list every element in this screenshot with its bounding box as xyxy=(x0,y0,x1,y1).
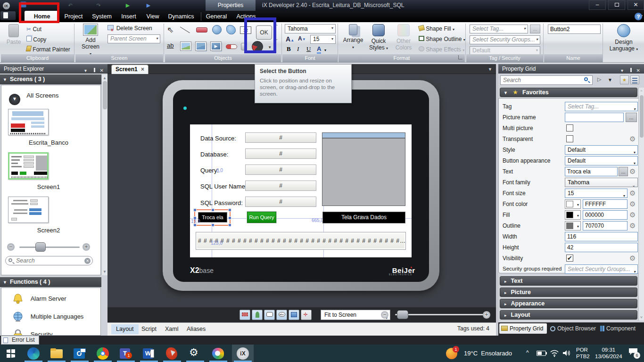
grow-font-button[interactable]: A▲ xyxy=(286,35,294,43)
taskbar-snip-app[interactable] xyxy=(161,345,183,362)
hmi-field-database[interactable]: # xyxy=(245,148,316,159)
tag-monitor-object-icon[interactable] xyxy=(241,43,247,50)
taskbar-edge[interactable] xyxy=(23,345,44,362)
hmi-field-query[interactable]: # xyxy=(245,165,316,175)
font-family-select[interactable]: Tahoma▾ xyxy=(285,24,336,33)
tab-close-icon[interactable]: × xyxy=(141,66,144,73)
picture-browse-button[interactable]: ... xyxy=(626,113,637,122)
weather-status[interactable]: 19°C Ensolarado xyxy=(464,350,512,357)
close-icon[interactable]: ✕ xyxy=(636,66,640,75)
gear-icon[interactable]: ⚙ xyxy=(629,189,636,197)
style-dropdown[interactable]: Default▾ xyxy=(565,145,638,155)
shape-outline-button[interactable]: Shape Outline ▾ xyxy=(419,36,465,42)
screen-thumbnail-escrita-banco[interactable] xyxy=(8,109,49,135)
resize-handle[interactable] xyxy=(211,208,215,212)
tag-dropdown[interactable]: Select Tag...▾ xyxy=(565,102,638,111)
category-view-button[interactable] xyxy=(630,75,639,84)
format-painter-button[interactable]: Format Painter xyxy=(26,46,70,53)
font-family-dropdown[interactable]: Tahoma⌄ xyxy=(565,178,638,187)
meter-object-icon[interactable] xyxy=(252,41,263,52)
pointer-tool-icon[interactable]: ⇖ xyxy=(167,25,173,35)
toggle-window-button[interactable] xyxy=(289,310,299,320)
text-object-icon[interactable]: ab xyxy=(167,42,173,49)
resize-handle[interactable] xyxy=(228,208,231,212)
clock[interactable]: 09:3113/06/2024 xyxy=(595,346,622,360)
tab-script[interactable]: Script xyxy=(137,324,161,334)
zoom-out-button[interactable]: − xyxy=(381,311,388,319)
toggle-object-info-button[interactable] xyxy=(252,310,263,320)
outline-swatch[interactable]: ▾ xyxy=(565,221,581,230)
outline-hex-input[interactable] xyxy=(583,221,627,230)
button-object-tool[interactable]: OK xyxy=(256,25,272,40)
start-button[interactable] xyxy=(0,345,22,362)
hmi-button-tela-grava-dados[interactable]: Tela Grava Dados xyxy=(322,212,405,223)
tab-insert[interactable]: Insert xyxy=(117,11,140,22)
document-well-dropdown[interactable]: ▼ xyxy=(488,67,492,72)
copy-button[interactable]: Copy xyxy=(26,36,46,43)
taskbar-chrome[interactable] xyxy=(92,345,114,362)
hmi-page[interactable]: Data Source: Database: Query: 5,0 SQL Us… xyxy=(190,124,412,257)
resize-handle[interactable] xyxy=(228,223,231,227)
undo-button[interactable]: ↶ xyxy=(66,1,74,9)
pin-icon[interactable] xyxy=(630,66,632,75)
rectangle-tool-icon[interactable] xyxy=(196,27,207,33)
objects-more-dropdown[interactable]: ▾ xyxy=(269,45,271,49)
tab-project[interactable]: Project xyxy=(60,11,87,22)
zoom-in-button[interactable]: + xyxy=(483,311,490,319)
line-tool-icon[interactable] xyxy=(181,27,191,33)
hmi-button-run-query[interactable]: Run Query xyxy=(247,212,276,223)
other-colors-button[interactable]: Other Colors xyxy=(392,24,415,51)
panel-menu-icon[interactable]: ▾ xyxy=(621,66,623,75)
toggle-abc-balloon-button[interactable]: abc xyxy=(276,310,287,320)
font-size-select[interactable]: 15▾ xyxy=(310,35,336,44)
picture-name-input[interactable] xyxy=(565,113,624,122)
resize-handle[interactable] xyxy=(193,223,197,227)
object-name-input[interactable] xyxy=(548,25,601,34)
transparent-checkbox[interactable] xyxy=(566,135,573,142)
tab-component-library[interactable]: Component Li... xyxy=(598,323,644,334)
taskbar-file-explorer[interactable] xyxy=(46,345,67,362)
screen-name-label[interactable]: Escrita_Banco xyxy=(1,139,96,146)
objects-scroll-down[interactable]: ⌄ xyxy=(275,36,279,41)
hmi-result-listbox[interactable] xyxy=(322,132,405,206)
taskbar-teams[interactable]: T 1 xyxy=(115,345,137,362)
tab-screen1[interactable]: Screen1 × xyxy=(111,65,149,74)
shape-effects-button[interactable]: Shape Effects ▾ xyxy=(419,46,464,53)
battery-icon[interactable] xyxy=(537,351,546,356)
tab-actions[interactable]: Actions xyxy=(233,11,259,22)
property-grid-scrollbar[interactable]: ^ v xyxy=(638,88,644,321)
resize-handle[interactable] xyxy=(228,216,231,220)
function-item-multiple-languages[interactable]: Multiple Languages xyxy=(1,311,100,322)
weather-icon[interactable]: 1 xyxy=(446,347,459,360)
gear-icon[interactable]: ⚙ xyxy=(629,222,636,230)
section-layout[interactable]: ▸Layout xyxy=(500,310,637,320)
font-color-hex-input[interactable] xyxy=(583,199,627,209)
notification-center-icon[interactable]: 6 xyxy=(629,348,639,358)
favorites-view-button[interactable]: ★ xyxy=(620,75,629,84)
all-screens-item[interactable]: ▼ All Screens xyxy=(9,92,94,104)
multi-picture-object-icon[interactable] xyxy=(196,42,206,50)
slider-object-icon[interactable] xyxy=(226,44,237,49)
search-input[interactable] xyxy=(16,257,77,264)
section-appearance[interactable]: ▸Appearance xyxy=(500,299,637,308)
format-dialog-launcher[interactable] xyxy=(458,55,462,59)
pin-icon[interactable] xyxy=(94,66,95,75)
hmi-display-field[interactable]: # # # # # # # # # # # # # # # # # # # # … xyxy=(196,232,406,250)
font-color-swatch[interactable]: ▾ xyxy=(565,199,581,209)
button-appearance-dropdown[interactable]: Default▾ xyxy=(565,156,638,165)
gear-icon[interactable]: ⚙ xyxy=(629,167,636,176)
volume-icon[interactable] xyxy=(562,349,571,359)
help-icon[interactable]: ? xyxy=(635,13,642,20)
minimize-button[interactable]: – xyxy=(589,0,606,10)
numeric-object-icon[interactable]: 12 xyxy=(240,26,251,34)
resize-handle[interactable] xyxy=(193,208,197,212)
paste-button[interactable]: Paste xyxy=(4,24,24,45)
tray-expand-chevron[interactable]: ^ xyxy=(526,349,529,356)
fill-hex-input[interactable] xyxy=(583,210,627,220)
ellipse-tool-icon[interactable] xyxy=(212,25,222,34)
screen-thumbnail-screen2[interactable] xyxy=(8,197,49,223)
section-text[interactable]: ▸Text xyxy=(500,276,637,286)
gear-icon[interactable]: ⚙ xyxy=(629,200,636,208)
shrink-font-button[interactable]: A▼ xyxy=(298,35,306,42)
resize-handle[interactable] xyxy=(211,223,215,227)
